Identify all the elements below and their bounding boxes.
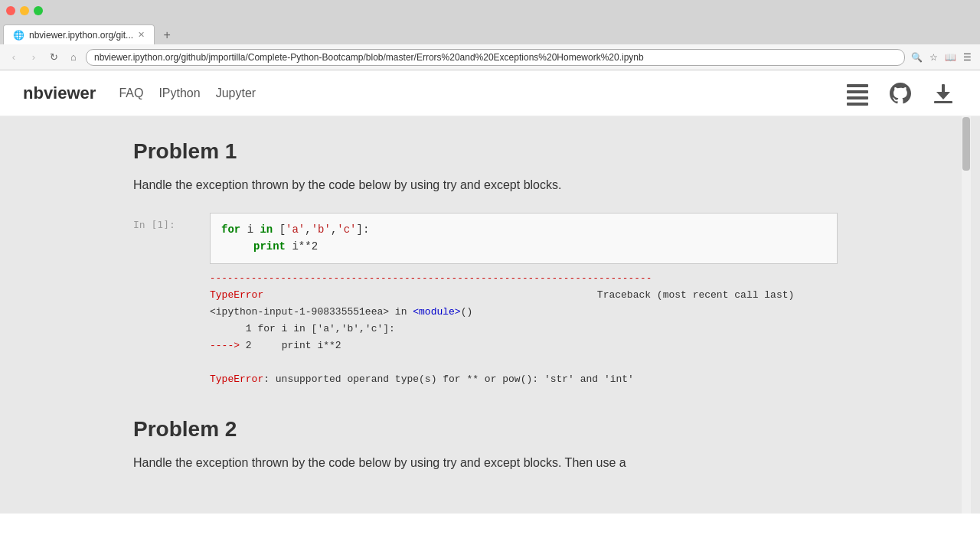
tab-favicon: 🌐 xyxy=(13,30,24,41)
active-tab[interactable]: 🌐 nbviewer.ipython.org/git... ✕ xyxy=(3,24,155,44)
svg-marker-6 xyxy=(936,92,950,99)
scrollbar[interactable] xyxy=(962,116,971,514)
close-window-btn[interactable] xyxy=(6,6,15,15)
url-input[interactable] xyxy=(86,49,905,66)
problem2-title: Problem 2 xyxy=(133,417,838,442)
search-icon[interactable]: 🔍 xyxy=(910,51,923,64)
problem1-description: Handle the exception thrown by the code … xyxy=(133,176,838,194)
main-content: Problem 1 Handle the exception thrown by… xyxy=(118,116,853,514)
error-output-1: ----------------------------------------… xyxy=(210,264,838,395)
navbar-link-faq[interactable]: FAQ xyxy=(119,86,143,100)
navbar-icons xyxy=(844,80,957,107)
code-line-1: for i in ['a','b','c']: xyxy=(221,221,826,238)
address-bar: ‹ › ↻ ⌂ 🔍 ☆ 📖 ☰ xyxy=(0,44,980,70)
svg-rect-4 xyxy=(934,101,952,103)
svg-rect-2 xyxy=(847,96,868,99)
star-icon[interactable]: ☆ xyxy=(926,51,940,64)
address-icons: 🔍 ☆ 📖 ☰ xyxy=(910,51,974,64)
download-icon[interactable] xyxy=(929,80,957,107)
navbar-link-jupyter[interactable]: Jupyter xyxy=(216,86,256,100)
error-input-ref: <ipython-input-1-908335551eea> in <modul… xyxy=(210,304,838,321)
error-type-line: TypeError Traceback (most recent call la… xyxy=(210,287,838,304)
new-tab-btn[interactable]: + xyxy=(158,26,176,44)
navbar: nbviewer FAQ IPython Jupyter xyxy=(0,70,980,116)
error-line-1: 1 for i in ['a','b','c']: xyxy=(210,321,838,337)
navbar-link-ipython[interactable]: IPython xyxy=(158,86,200,100)
tab-bar: 🌐 nbviewer.ipython.org/git... ✕ + xyxy=(0,21,980,44)
refresh-btn[interactable]: ↻ xyxy=(46,50,61,65)
grid-icon[interactable] xyxy=(844,80,871,107)
error-separator: ----------------------------------------… xyxy=(210,270,838,287)
svg-rect-0 xyxy=(847,84,868,87)
maximize-window-btn[interactable] xyxy=(34,6,43,15)
forward-btn[interactable]: › xyxy=(26,50,41,65)
bookmark-icon[interactable]: 📖 xyxy=(943,51,957,64)
github-icon[interactable] xyxy=(887,80,914,107)
problem1-title: Problem 1 xyxy=(133,139,838,164)
code-block-1[interactable]: for i in ['a','b','c']: print i**2 xyxy=(210,213,838,264)
svg-rect-3 xyxy=(847,103,868,106)
menu-icon[interactable]: ☰ xyxy=(960,51,974,64)
title-bar xyxy=(0,0,980,21)
tab-close-btn[interactable]: ✕ xyxy=(138,30,145,40)
page-body: nbviewer FAQ IPython Jupyter xyxy=(0,70,980,514)
cell-label-1: In [1]: xyxy=(133,213,210,230)
navbar-brand[interactable]: nbviewer xyxy=(23,83,96,103)
error-line-2: ----> 2 print i**2 xyxy=(210,337,838,354)
back-btn[interactable]: ‹ xyxy=(6,50,21,65)
tab-title: nbviewer.ipython.org/git... xyxy=(29,30,133,41)
navbar-links: FAQ IPython Jupyter xyxy=(119,86,844,100)
error-message-line: TypeError: unsupported operand type(s) f… xyxy=(210,371,838,388)
code-cell-1: In [1]: for i in ['a','b','c']: print i*… xyxy=(133,213,838,264)
home-btn[interactable]: ⌂ xyxy=(66,50,81,65)
minimize-window-btn[interactable] xyxy=(20,6,29,15)
scrollbar-thumb[interactable] xyxy=(962,117,970,171)
code-line-2: print i**2 xyxy=(221,238,826,255)
problem2-description: Handle the exception thrown by the code … xyxy=(133,454,838,472)
svg-rect-1 xyxy=(847,90,868,93)
